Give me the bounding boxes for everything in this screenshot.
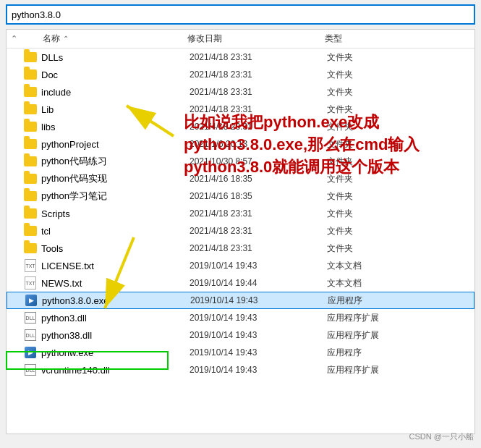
file-date: 2021/4/16 18:35	[190, 174, 327, 184]
file-type-icon: DLL	[24, 363, 37, 376]
file-date: 2019/10/14 19:44	[190, 278, 327, 288]
sort-arrow-icon: ⌃	[63, 35, 69, 43]
file-type: 文件夹	[327, 156, 472, 168]
file-type-icon	[24, 120, 37, 133]
file-date: 2019/10/14 19:43	[190, 295, 328, 305]
table-row[interactable]: ▶ DLLs 2021/4/18 23:31 文件夹	[7, 48, 474, 66]
file-type-icon	[24, 224, 37, 237]
file-date: 2021/4/16 18:35	[190, 191, 327, 201]
address-bar-text: python3.8.0	[12, 9, 61, 20]
file-type-icon	[24, 155, 37, 168]
file-date: 2021/4/18 23:31	[190, 122, 327, 132]
file-date: 2019/10/14 19:43	[190, 313, 327, 323]
file-date: 2021/10/30 8:57	[190, 156, 327, 166]
file-type: 文本文档	[327, 277, 472, 289]
file-name: LICENSE.txt	[41, 261, 190, 271]
collapse-arrow-icon[interactable]: ⌃	[11, 34, 17, 43]
file-type: 应用程序扩展	[327, 329, 472, 342]
file-type: 应用程序	[327, 347, 472, 359]
table-row[interactable]: ▶ pythonProject 2021/1/6 20:13 文件夹	[7, 135, 474, 153]
row-expand-icon: ▶	[14, 262, 20, 269]
row-expand-icon: ▶	[14, 123, 20, 130]
file-date: 2019/10/14 19:43	[190, 330, 327, 340]
file-date: 2019/10/14 19:43	[190, 347, 327, 358]
table-row[interactable]: ▶ TXT NEWS.txt 2019/10/14 19:44 文本文档	[7, 274, 474, 292]
file-type-icon: TXT	[24, 276, 37, 289]
table-row[interactable]: ▶ DLL python38.dll 2019/10/14 19:43 应用程序…	[7, 326, 474, 344]
row-expand-icon: ▶	[14, 106, 20, 113]
table-row[interactable]: ▶ python学习笔记 2021/4/16 18:35 文件夹	[7, 187, 474, 205]
file-name: libs	[41, 122, 190, 132]
row-expand-icon: ▶	[14, 366, 20, 373]
file-date: 2021/4/18 23:31	[190, 52, 327, 62]
row-expand-icon: ▶	[14, 175, 20, 182]
table-row[interactable]: ▶ ▶ pythonw.exe 2019/10/14 19:43 应用程序	[7, 344, 474, 361]
file-name: python学习笔记	[41, 190, 190, 203]
row-expand-icon: ▶	[14, 314, 20, 321]
row-expand-icon: ▶	[15, 297, 20, 304]
file-type-icon	[24, 68, 37, 81]
file-explorer: ⌃ 名称 ⌃ 修改日期 类型 ▶ DLLs 2021/4/18 23:31 文件…	[6, 29, 475, 434]
file-date: 2019/10/14 19:43	[190, 365, 327, 375]
file-name: NEWS.txt	[41, 278, 190, 289]
col-type-header: 类型	[325, 33, 474, 45]
file-name: DLLs	[41, 52, 190, 63]
file-name: python代码练习	[41, 155, 190, 168]
file-date: 2021/4/18 23:31	[190, 104, 327, 114]
file-type: 文件夹	[327, 190, 472, 203]
table-row[interactable]: ▶ DLL python3.dll 2019/10/14 19:43 应用程序扩…	[7, 309, 474, 326]
file-type-icon	[24, 207, 37, 220]
file-name: python3.8.0.exe	[42, 295, 190, 306]
table-row[interactable]: ▶ Tools 2021/4/18 23:31 文件夹	[7, 240, 474, 257]
row-expand-icon: ▶	[14, 158, 20, 165]
col-date-header: 修改日期	[187, 33, 325, 45]
file-type: 文件夹	[327, 69, 472, 81]
table-row[interactable]: ▶ libs 2021/4/18 23:31 文件夹	[7, 118, 474, 135]
row-expand-icon: ▶	[14, 71, 20, 78]
file-type-icon: ▶	[25, 294, 38, 307]
row-expand-icon: ▶	[14, 54, 20, 61]
file-type: 文件夹	[327, 138, 472, 151]
file-type: 文件夹	[327, 173, 472, 185]
table-row[interactable]: ▶ python代码实现 2021/4/16 18:35 文件夹	[7, 170, 474, 187]
col-name-header[interactable]: 名称 ⌃	[21, 33, 187, 45]
address-bar-container: python3.8.0	[0, 4, 481, 25]
table-row[interactable]: ▶ TXT LICENSE.txt 2019/10/14 19:43 文本文档	[7, 257, 474, 274]
file-type-icon: ▶	[24, 346, 37, 359]
file-date: 2021/4/18 23:31	[190, 226, 327, 236]
file-type-icon	[24, 190, 37, 203]
file-type: 应用程序扩展	[327, 364, 472, 376]
table-row[interactable]: ▶ ▶ python3.8.0.exe 2019/10/14 19:43 应用程…	[7, 292, 474, 309]
file-type-icon	[24, 85, 37, 98]
file-date: 2021/4/18 23:31	[190, 208, 327, 219]
file-name: pythonw.exe	[41, 347, 190, 358]
table-row[interactable]: ▶ include 2021/4/18 23:31 文件夹	[7, 83, 474, 101]
file-type: 文件夹	[327, 121, 472, 133]
file-type-icon	[24, 51, 37, 64]
file-type-icon	[24, 242, 37, 255]
row-expand-icon: ▶	[14, 331, 20, 339]
file-type-icon	[24, 138, 37, 151]
table-row[interactable]: ▶ Scripts 2021/4/18 23:31 文件夹	[7, 205, 474, 222]
table-row[interactable]: ▶ DLL vcruntime140.dll 2019/10/14 19:43 …	[7, 361, 474, 379]
file-name: Doc	[41, 69, 190, 80]
file-name: python代码实现	[41, 172, 190, 185]
row-expand-icon: ▶	[14, 349, 20, 356]
table-row[interactable]: ▶ tcl 2021/4/18 23:31 文件夹	[7, 222, 474, 240]
file-date: 2019/10/14 19:43	[190, 261, 327, 271]
address-bar[interactable]: python3.8.0	[6, 4, 475, 25]
file-date: 2021/4/18 23:31	[190, 69, 327, 80]
file-type-icon: TXT	[24, 259, 37, 272]
file-name: python38.dll	[41, 330, 190, 341]
row-expand-icon: ▶	[14, 88, 20, 96]
file-name: tcl	[41, 226, 190, 237]
file-name: Tools	[41, 243, 190, 254]
table-row[interactable]: ▶ python代码练习 2021/10/30 8:57 文件夹	[7, 153, 474, 170]
table-row[interactable]: ▶ Lib 2021/4/18 23:31 文件夹	[7, 101, 474, 118]
file-date: 2021/1/6 20:13	[190, 139, 327, 149]
table-row[interactable]: ▶ Doc 2021/4/18 23:31 文件夹	[7, 66, 474, 83]
file-list: ▶ DLLs 2021/4/18 23:31 文件夹 ▶ Doc 2021/4/…	[7, 48, 474, 431]
file-type: 文本文档	[327, 260, 472, 272]
file-name: Scripts	[41, 208, 190, 219]
row-expand-icon: ▶	[14, 210, 20, 217]
